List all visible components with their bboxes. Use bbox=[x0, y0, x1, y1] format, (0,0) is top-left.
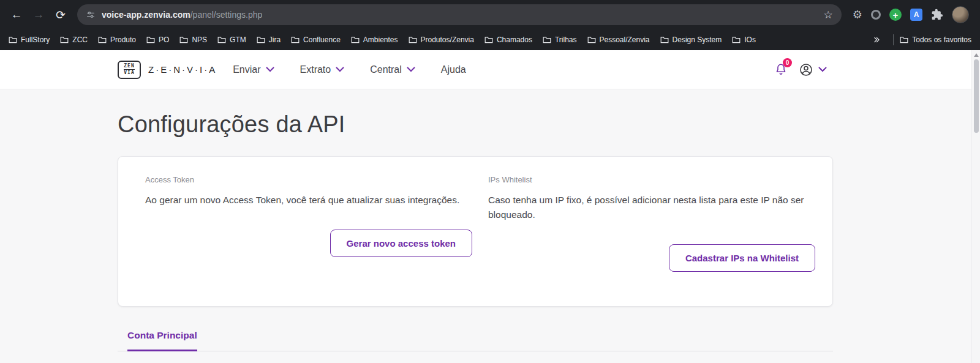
folder-icon bbox=[257, 36, 265, 43]
bookmark-item[interactable]: Pessoal/Zenvia bbox=[587, 36, 650, 44]
settings-page: Configurações da API Access Token Ao ger… bbox=[0, 89, 980, 351]
page-scrollbar[interactable] bbox=[971, 50, 980, 363]
api-settings-card: Access Token Ao gerar um novo Access Tok… bbox=[118, 156, 833, 307]
scrollbar-thumb[interactable] bbox=[974, 59, 979, 133]
folder-icon bbox=[543, 36, 551, 43]
tab-conta-principal[interactable]: Conta Principal bbox=[127, 330, 197, 351]
bookmark-item[interactable]: Produtos/Zenvia bbox=[409, 36, 474, 44]
bookmark-item[interactable]: PO bbox=[146, 36, 169, 44]
bookmark-label: FullStory bbox=[21, 36, 50, 44]
header-actions: 0 bbox=[774, 62, 827, 77]
bookmark-star-icon[interactable]: ☆ bbox=[824, 9, 833, 21]
bookmark-label: Produtos/Zenvia bbox=[421, 36, 474, 44]
circle-extension-icon[interactable] bbox=[871, 10, 881, 20]
ips-whitelist-label: IPs Whitelist bbox=[488, 175, 815, 184]
account-icon bbox=[799, 62, 813, 77]
logo-line1: ZEN bbox=[124, 63, 134, 69]
browser-toolbar: ← → ⟳ voice-app.zenvia.com/panel/setting… bbox=[0, 0, 980, 29]
forward-icon[interactable]: → bbox=[28, 4, 49, 25]
page-title: Configurações da API bbox=[118, 89, 833, 138]
back-icon[interactable]: ← bbox=[6, 4, 27, 25]
access-token-section: Access Token Ao gerar um novo Access Tok… bbox=[145, 175, 472, 272]
folder-icon bbox=[60, 36, 69, 43]
bookmarks-overflow-chevron-icon[interactable] bbox=[866, 36, 887, 43]
register-ips-button[interactable]: Cadastrar IPs na Whitelist bbox=[669, 244, 815, 272]
translate-icon[interactable]: A bbox=[910, 9, 922, 21]
bookmark-item[interactable]: Produto bbox=[98, 36, 136, 44]
all-bookmarks-label: Todos os favoritos bbox=[912, 36, 971, 44]
bookmark-item[interactable]: NPS bbox=[179, 36, 207, 44]
logo-line2: VIA bbox=[124, 69, 134, 76]
nav-label: Extrato bbox=[300, 64, 331, 75]
nav-central[interactable]: Central bbox=[370, 64, 415, 75]
scrollbar-up-icon[interactable] bbox=[974, 53, 979, 57]
folder-icon bbox=[98, 36, 107, 43]
bookmark-label: ZCC bbox=[72, 36, 88, 44]
folder-icon bbox=[351, 36, 360, 43]
bookmark-item[interactable]: Ambientes bbox=[351, 36, 398, 44]
browser-profile-avatar[interactable] bbox=[952, 6, 969, 23]
folder-icon bbox=[900, 36, 908, 43]
folder-icon bbox=[484, 36, 493, 43]
zenvia-logo[interactable]: ZEN VIA bbox=[118, 61, 141, 79]
bookmark-item[interactable]: IOs bbox=[732, 36, 756, 44]
url-text: voice-app.zenvia.com/panel/settings.php bbox=[102, 10, 262, 20]
bookmark-item[interactable]: Trilhas bbox=[543, 36, 577, 44]
url-host: voice-app.zenvia.com bbox=[102, 10, 190, 20]
all-bookmarks-button[interactable]: Todos os favoritos bbox=[900, 36, 971, 44]
bookmark-label: Pessoal/Zenvia bbox=[600, 36, 650, 44]
nav-extrato[interactable]: Extrato bbox=[300, 64, 345, 75]
chevron-down-icon bbox=[407, 67, 415, 72]
nav-label: Central bbox=[370, 64, 402, 75]
tabs-row: Conta Principal bbox=[118, 330, 833, 351]
bookmarks-bar: FullStory ZCC Produto PO NPS GTM Jira Co… bbox=[0, 29, 980, 50]
bookmark-item[interactable]: Design System bbox=[660, 36, 722, 44]
bookmark-label: PO bbox=[159, 36, 169, 44]
site-header: ZEN VIA Z·E·N·V·I·A Enviar Extrato Centr… bbox=[0, 50, 980, 89]
browser-actions: ⚙ + A bbox=[848, 6, 974, 23]
folder-icon bbox=[660, 36, 669, 43]
bookmark-label: IOs bbox=[744, 36, 756, 44]
bookmark-item[interactable]: FullStory bbox=[9, 36, 50, 44]
bookmark-label: Confluence bbox=[303, 36, 341, 44]
folder-icon bbox=[409, 36, 417, 43]
bookmark-item[interactable]: Chamados bbox=[484, 36, 532, 44]
chevron-down-icon bbox=[818, 67, 827, 72]
refresh-icon[interactable]: ⟳ bbox=[50, 4, 71, 25]
url-path: /panel/settings.php bbox=[190, 10, 263, 20]
folder-icon bbox=[179, 36, 188, 43]
chevron-down-icon bbox=[266, 67, 274, 72]
bookmark-label: Design System bbox=[673, 36, 722, 44]
nav-enviar[interactable]: Enviar bbox=[233, 64, 274, 75]
bookmark-label: Trilhas bbox=[555, 36, 577, 44]
generate-token-button[interactable]: Gerar novo access token bbox=[330, 230, 472, 257]
nav-label: Ajuda bbox=[441, 64, 466, 75]
bookmark-item[interactable]: Confluence bbox=[291, 36, 341, 44]
bookmark-item[interactable]: Jira bbox=[257, 36, 281, 44]
settings-gear-icon[interactable]: ⚙ bbox=[853, 8, 862, 21]
main-nav: Enviar Extrato Central Ajuda bbox=[233, 64, 466, 75]
site-info-icon[interactable] bbox=[86, 10, 96, 20]
folder-icon bbox=[732, 36, 741, 43]
nav-ajuda[interactable]: Ajuda bbox=[441, 64, 466, 75]
bookmarks-divider bbox=[893, 34, 894, 45]
bookmark-label: GTM bbox=[230, 36, 246, 44]
bookmark-label: Produto bbox=[110, 36, 136, 44]
ips-whitelist-description: Caso tenha um IP fixo, é possível adicio… bbox=[488, 193, 815, 222]
account-menu[interactable] bbox=[799, 62, 827, 77]
chevron-down-icon bbox=[336, 67, 344, 72]
folder-icon bbox=[146, 36, 155, 43]
extensions-puzzle-icon[interactable] bbox=[931, 9, 943, 21]
address-bar[interactable]: voice-app.zenvia.com/panel/settings.php … bbox=[77, 4, 842, 25]
notifications-button[interactable]: 0 bbox=[774, 62, 788, 77]
bookmark-item[interactable]: GTM bbox=[217, 36, 246, 44]
bookmark-item[interactable]: ZCC bbox=[60, 36, 88, 44]
bookmark-label: Chamados bbox=[497, 36, 532, 44]
access-token-description: Ao gerar um novo Access Token, você terá… bbox=[145, 193, 472, 208]
folder-icon bbox=[9, 36, 17, 43]
add-icon[interactable]: + bbox=[889, 9, 902, 21]
bookmark-label: Jira bbox=[269, 36, 281, 44]
brand-wordmark: Z·E·N·V·I·A bbox=[148, 64, 217, 75]
notification-badge: 0 bbox=[783, 58, 792, 67]
ips-whitelist-section: IPs Whitelist Caso tenha um IP fixo, é p… bbox=[488, 175, 815, 272]
